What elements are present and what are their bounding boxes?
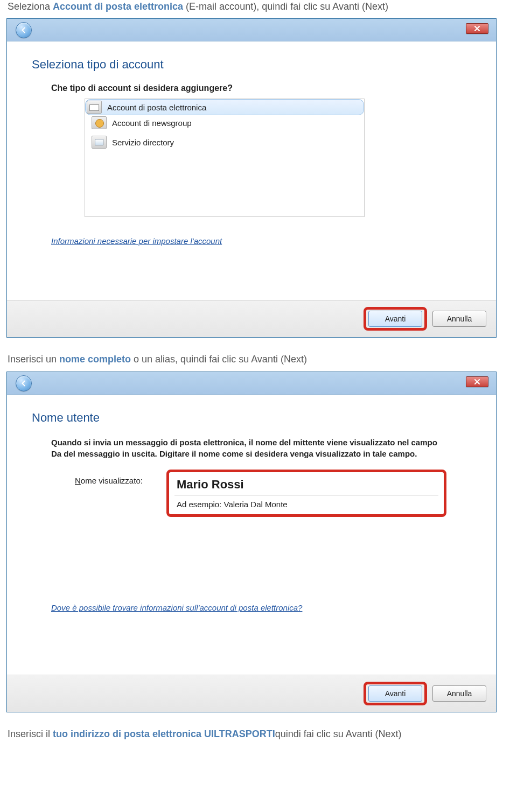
wizard-footer: Avanti Annulla <box>7 300 496 337</box>
wizard-footer: Avanti Annulla <box>7 675 496 712</box>
instruction-1-highlight: Account di posta elettronica <box>53 1 183 12</box>
instruction-3: Inserisci il tuo indirizzo di posta elet… <box>8 727 511 740</box>
instruction-3-post: quindi fai clic su Avanti (Next) <box>275 729 402 739</box>
cancel-button[interactable]: Annulla <box>432 685 486 702</box>
display-name-row: Nome visualizzato: Ad esempio: Valeria D… <box>75 470 476 517</box>
wizard-description: Quando si invia un messaggio di posta el… <box>51 437 450 460</box>
display-name-input[interactable] <box>174 475 438 495</box>
next-button-highlight: Avanti <box>364 682 427 705</box>
option-newsgroup-account[interactable]: Account di newsgroup <box>87 113 362 132</box>
next-button[interactable]: Avanti <box>368 311 422 327</box>
instruction-1-post: (E-mail account), quindi fai clic su Ava… <box>183 1 388 12</box>
instruction-2: Inserisci un nome completo o un alias, q… <box>8 353 511 366</box>
instruction-1: Seleziona Account di posta elettronica (… <box>8 0 511 13</box>
wizard-question: Che tipo di account si desidera aggiunge… <box>51 83 476 93</box>
arrow-left-icon <box>20 26 27 34</box>
back-button[interactable] <box>16 22 32 38</box>
instruction-3-highlight: tuo indirizzo di posta elettronica UILTR… <box>53 729 275 739</box>
wizard-account-type: Seleziona tipo di account Che tipo di ac… <box>6 18 497 338</box>
arrow-left-icon <box>20 380 27 387</box>
wizard-title: Seleziona tipo di account <box>32 58 476 72</box>
display-name-label-text: ome visualizzato: <box>81 476 143 485</box>
option-directory-service[interactable]: Servizio directory <box>87 132 362 152</box>
mail-icon <box>87 101 102 114</box>
titlebar <box>7 19 496 41</box>
help-link-account-info[interactable]: Dove è possibile trovare informazioni su… <box>51 603 302 612</box>
option-email-label: Account di posta elettronica <box>107 103 206 112</box>
display-name-label: Nome visualizzato: <box>75 470 166 485</box>
close-icon <box>474 25 480 32</box>
newsgroup-icon <box>92 116 107 129</box>
instruction-2-post: o un alias, quindi fai clic su Avanti (N… <box>131 354 307 365</box>
close-icon <box>474 379 480 385</box>
titlebar <box>7 372 496 395</box>
instruction-2-pre: Inserisci un <box>8 354 59 365</box>
display-name-example: Ad esempio: Valeria Dal Monte <box>174 500 438 509</box>
help-link-account-info[interactable]: Informazioni necessarie per impostare l'… <box>51 236 222 246</box>
instruction-3-pre: Inserisci il <box>8 729 53 739</box>
display-name-input-highlight: Ad esempio: Valeria Dal Monte <box>166 470 446 517</box>
instruction-1-pre: Seleziona <box>8 1 53 12</box>
option-directory-label: Servizio directory <box>112 138 174 147</box>
display-name-mnemonic: N <box>75 476 81 485</box>
instruction-2-highlight: nome completo <box>59 354 131 365</box>
close-button[interactable] <box>466 376 488 387</box>
option-newsgroup-label: Account di newsgroup <box>112 118 192 128</box>
directory-icon <box>92 136 107 149</box>
close-button[interactable] <box>466 23 488 34</box>
next-button[interactable]: Avanti <box>368 685 422 702</box>
next-button-highlight: Avanti <box>364 307 427 331</box>
wizard-title: Nome utente <box>32 411 476 425</box>
cancel-button[interactable]: Annulla <box>432 311 486 327</box>
account-type-list: Account di posta elettronica Account di … <box>85 99 365 217</box>
back-button[interactable] <box>16 375 32 391</box>
wizard-display-name: Nome utente Quando si invia un messaggio… <box>6 372 497 712</box>
